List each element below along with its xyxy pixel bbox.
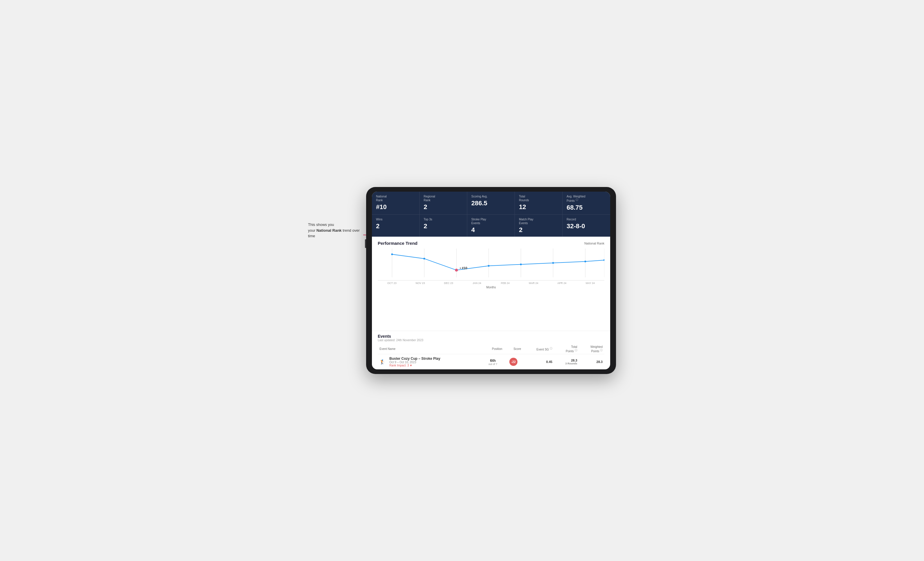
svg-point-10 bbox=[423, 258, 425, 260]
x-label-may24: MAY 24 bbox=[576, 282, 604, 284]
svg-text:• #10: • #10 bbox=[460, 266, 467, 270]
chart-section: Performance Trend National Rank bbox=[372, 236, 610, 331]
x-label-apr24: APR 24 bbox=[548, 282, 576, 284]
table-row: 🏌️ Buster Cozy Cup – Stroke Play Oct 9 –… bbox=[378, 354, 604, 370]
svg-point-12 bbox=[488, 265, 490, 267]
stat-national-rank: NationalRank #10 bbox=[372, 191, 420, 214]
x-label-oct23: OCT 23 bbox=[378, 282, 406, 284]
screen-content: NationalRank #10 RegionalRank 2 Scoring … bbox=[372, 191, 610, 370]
event-icon: 🏌️ bbox=[380, 359, 385, 365]
chart-x-labels: OCT 23 NOV 23 DEC 23 JAN 24 FEB 24 MAR 2… bbox=[378, 280, 604, 285]
position-cell: 6th out of 7 bbox=[482, 354, 504, 370]
chart-header: Performance Trend National Rank bbox=[378, 241, 604, 246]
stat-stroke-play-events: Stroke PlayEvents 4 bbox=[467, 215, 515, 236]
col-score: Score bbox=[504, 344, 523, 354]
x-label-dec23: DEC 23 bbox=[434, 282, 463, 284]
score-cell: -22 bbox=[504, 354, 523, 370]
table-header-row: Event Name Position Score Event SG ⓘ Tot… bbox=[378, 344, 604, 354]
events-subtitle: Last updated: 24th November 2023 bbox=[378, 338, 604, 342]
stat-total-rounds: TotalRounds 12 bbox=[515, 191, 562, 214]
svg-point-16 bbox=[603, 259, 604, 261]
svg-point-11 bbox=[455, 269, 458, 272]
stat-scoring-avg: Scoring Avg. 286.5 bbox=[467, 191, 515, 214]
event-sg-cell: 0.45 bbox=[523, 354, 554, 370]
col-total-points: TotalPoints ⓘ bbox=[554, 344, 579, 354]
svg-point-14 bbox=[552, 262, 554, 264]
stat-record: Record 32-8-0 bbox=[562, 215, 610, 236]
x-label-mar24: MAR 24 bbox=[519, 282, 548, 284]
total-points-cell: 28.3 3 Rounds bbox=[554, 354, 579, 370]
svg-point-9 bbox=[391, 253, 393, 255]
rank-impact: Rank Impact: 3 ▼ bbox=[389, 364, 440, 367]
col-event-sg: Event SG ⓘ bbox=[523, 344, 554, 354]
stats-row-2: Wins 2 Top 3s 2 Stroke PlayEvents 4 Matc… bbox=[372, 214, 610, 236]
stat-regional-rank: RegionalRank 2 bbox=[420, 191, 467, 214]
tablet-device: NationalRank #10 RegionalRank 2 Scoring … bbox=[366, 187, 616, 374]
col-weighted-points: WeightedPoints ⓘ bbox=[579, 344, 604, 354]
event-name-cell: 🏌️ Buster Cozy Cup – Stroke Play Oct 9 –… bbox=[378, 354, 482, 370]
stats-row-1: NationalRank #10 RegionalRank 2 Scoring … bbox=[372, 191, 610, 214]
chart-x-axis-title: Months bbox=[378, 286, 604, 289]
x-label-feb24: FEB 24 bbox=[491, 282, 519, 284]
events-section: Events Last updated: 24th November 2023 … bbox=[372, 331, 610, 370]
stat-avg-weighted-points: Avg. WeightedPoints ⓘ 68.75 bbox=[562, 191, 610, 214]
chart-area: • #10 bbox=[378, 248, 604, 280]
stat-wins: Wins 2 bbox=[372, 215, 420, 236]
chart-svg: • #10 bbox=[378, 248, 604, 280]
side-button bbox=[365, 239, 366, 248]
svg-point-15 bbox=[584, 261, 586, 262]
chart-title: Performance Trend bbox=[378, 241, 417, 246]
col-event-name: Event Name bbox=[378, 344, 482, 354]
event-date: Oct 9 – Oct 10, 2023 bbox=[389, 361, 440, 364]
events-table: Event Name Position Score Event SG ⓘ Tot… bbox=[378, 344, 604, 370]
stat-top3s: Top 3s 2 bbox=[420, 215, 467, 236]
weighted-points-cell: 28.3 bbox=[579, 354, 604, 370]
stat-match-play-events: Match PlayEvents 2 bbox=[515, 215, 562, 236]
x-label-nov23: NOV 23 bbox=[406, 282, 435, 284]
score-badge: -22 bbox=[509, 358, 518, 366]
events-title: Events bbox=[378, 334, 604, 338]
chart-legend: National Rank bbox=[584, 242, 604, 245]
rank-impact-arrow: ▼ bbox=[410, 364, 412, 367]
x-label-jan24: JAN 24 bbox=[463, 282, 491, 284]
event-name: Buster Cozy Cup – Stroke Play bbox=[389, 357, 440, 361]
svg-point-13 bbox=[520, 264, 522, 265]
col-position: Position bbox=[482, 344, 504, 354]
annotation-text: This shows you your National Rank trend … bbox=[308, 222, 366, 239]
